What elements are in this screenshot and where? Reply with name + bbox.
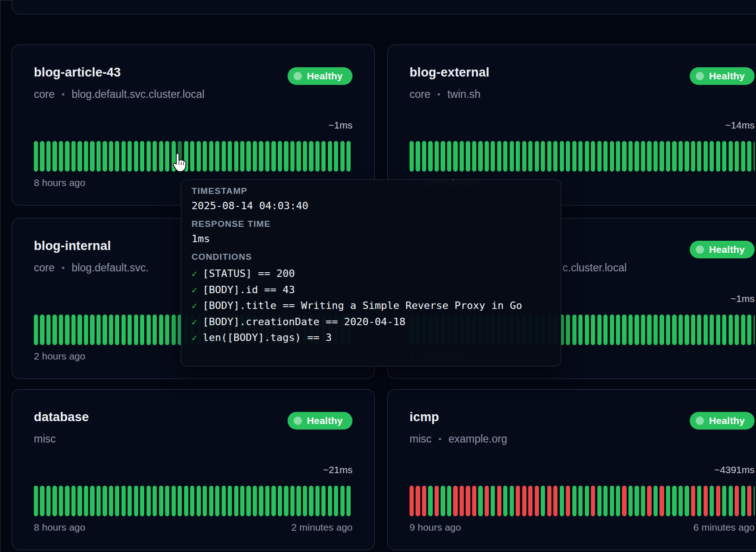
- uptime-bar[interactable]: [647, 315, 651, 345]
- uptime-bar[interactable]: [528, 141, 532, 172]
- uptime-bar[interactable]: [722, 486, 726, 516]
- uptime-bar[interactable]: [547, 141, 551, 172]
- uptime-bar[interactable]: [222, 141, 226, 172]
- uptime-bar[interactable]: [140, 315, 144, 345]
- service-card[interactable]: database misc Healthy ~21ms 8 hours ago …: [12, 389, 375, 550]
- uptime-bar[interactable]: [560, 141, 564, 172]
- uptime-bar[interactable]: [578, 315, 583, 345]
- uptime-bar[interactable]: [747, 486, 751, 516]
- uptime-bar[interactable]: [259, 141, 263, 172]
- uptime-bar[interactable]: [52, 141, 57, 172]
- uptime-bar[interactable]: [704, 141, 708, 172]
- uptime-bar[interactable]: [704, 315, 708, 345]
- uptime-bar[interactable]: [284, 141, 288, 172]
- uptime-bar[interactable]: [128, 486, 132, 516]
- uptime-bar[interactable]: [296, 486, 301, 516]
- uptime-bar[interactable]: [90, 486, 94, 516]
- uptime-bar[interactable]: [122, 486, 126, 516]
- uptime-bar[interactable]: [46, 141, 51, 172]
- uptime-bar[interactable]: [240, 486, 244, 516]
- uptime-bar[interactable]: [491, 486, 495, 516]
- uptime-bar[interactable]: [34, 486, 38, 516]
- uptime-bar[interactable]: [122, 315, 126, 345]
- uptime-bar[interactable]: [172, 315, 176, 345]
- uptime-bar[interactable]: [553, 141, 557, 172]
- uptime-bar[interactable]: [134, 486, 138, 516]
- uptime-bar[interactable]: [628, 315, 633, 345]
- uptime-bar[interactable]: [597, 141, 602, 172]
- uptime-bar[interactable]: [215, 486, 219, 516]
- uptime-bar[interactable]: [271, 486, 275, 516]
- uptime-bar[interactable]: [84, 315, 88, 345]
- uptime-bar[interactable]: [722, 141, 726, 172]
- uptime-bar[interactable]: [284, 486, 288, 516]
- uptime-bar[interactable]: [591, 141, 595, 172]
- uptime-bar[interactable]: [535, 486, 539, 516]
- uptime-bar[interactable]: [334, 141, 338, 172]
- uptime-bar[interactable]: [190, 486, 194, 516]
- uptime-bar[interactable]: [59, 141, 63, 172]
- uptime-bar[interactable]: [522, 486, 526, 516]
- uptime-bar[interactable]: [321, 486, 326, 516]
- uptime-bar[interactable]: [134, 141, 138, 172]
- uptime-bar[interactable]: [228, 486, 232, 516]
- uptime-bar[interactable]: [485, 486, 489, 516]
- uptime-bar[interactable]: [622, 315, 626, 345]
- uptime-bar[interactable]: [416, 486, 420, 516]
- uptime-bar[interactable]: [647, 486, 651, 516]
- uptime-bar[interactable]: [447, 486, 451, 516]
- uptime-bar[interactable]: [246, 141, 250, 172]
- uptime-bar[interactable]: [585, 315, 589, 345]
- uptime-bar[interactable]: [115, 486, 119, 516]
- uptime-bar[interactable]: [71, 315, 76, 345]
- uptime-bar[interactable]: [109, 315, 113, 345]
- uptime-bar[interactable]: [653, 315, 658, 345]
- uptime-bar[interactable]: [541, 486, 545, 516]
- uptime-bar[interactable]: [234, 141, 238, 172]
- uptime-bar[interactable]: [610, 486, 614, 516]
- uptime-bar[interactable]: [184, 486, 188, 516]
- uptime-bar[interactable]: [59, 315, 63, 345]
- uptime-bar[interactable]: [128, 141, 132, 172]
- uptime-bar[interactable]: [265, 486, 269, 516]
- uptime-bar[interactable]: [685, 486, 689, 516]
- uptime-bar[interactable]: [460, 486, 464, 516]
- uptime-bar[interactable]: [46, 315, 51, 345]
- partial-card-top[interactable]: [12, 0, 756, 14]
- uptime-bar[interactable]: [122, 141, 126, 172]
- uptime-bar[interactable]: [453, 486, 457, 516]
- uptime-bar[interactable]: [340, 141, 345, 172]
- uptime-bar[interactable]: [697, 315, 701, 345]
- uptime-bar[interactable]: [591, 315, 595, 345]
- uptime-bar[interactable]: [96, 141, 101, 172]
- uptime-bar[interactable]: [616, 315, 620, 345]
- uptime-bar[interactable]: [34, 315, 38, 345]
- uptime-bar[interactable]: [153, 486, 157, 516]
- uptime-bar[interactable]: [422, 141, 426, 172]
- uptime-bar[interactable]: [622, 141, 626, 172]
- uptime-bar[interactable]: [722, 315, 726, 345]
- uptime-bar[interactable]: [416, 141, 420, 172]
- uptime-bar[interactable]: [497, 141, 501, 172]
- uptime-bar[interactable]: [234, 486, 238, 516]
- uptime-bar[interactable]: [541, 141, 545, 172]
- uptime-bar[interactable]: [203, 141, 207, 172]
- uptime-bar[interactable]: [328, 141, 332, 172]
- uptime-bar[interactable]: [441, 141, 445, 172]
- uptime-bar[interactable]: [466, 141, 470, 172]
- uptime-bar[interactable]: [741, 486, 745, 516]
- uptime-bar[interactable]: [472, 486, 476, 516]
- uptime-bar[interactable]: [510, 141, 514, 172]
- uptime-bar[interactable]: [109, 141, 113, 172]
- uptime-bar[interactable]: [153, 315, 157, 345]
- uptime-bar[interactable]: [159, 141, 163, 172]
- uptime-bar[interactable]: [641, 315, 645, 345]
- uptime-bar[interactable]: [52, 315, 57, 345]
- uptime-bar[interactable]: [697, 486, 701, 516]
- uptime-bar[interactable]: [253, 141, 257, 172]
- uptime-bar[interactable]: [716, 141, 720, 172]
- uptime-bar[interactable]: [178, 486, 182, 516]
- uptime-bar[interactable]: [90, 315, 94, 345]
- uptime-bar[interactable]: [441, 486, 445, 516]
- uptime-bar[interactable]: [754, 315, 755, 345]
